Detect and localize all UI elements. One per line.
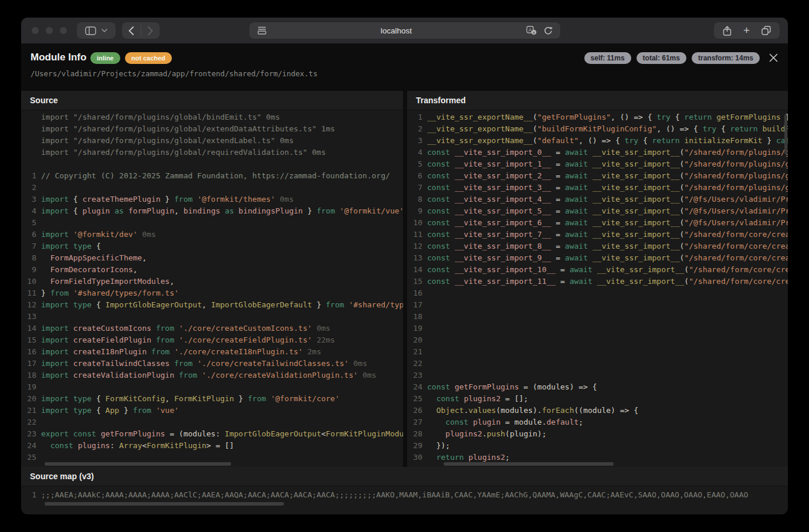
badge-group: inline not cached <box>90 52 172 64</box>
translate-icon[interactable]: Ax <box>526 26 537 35</box>
page-menu-icon[interactable] <box>258 26 266 35</box>
code-line: 14const __vite_ssr_import_10__ = await _… <box>407 264 788 276</box>
traffic-light-zoom-button[interactable] <box>60 27 67 34</box>
code-line: 2 <box>21 182 403 194</box>
module-info-header: Module Info inline not cached self: 11ms… <box>21 43 788 91</box>
new-tab-icon[interactable]: + <box>743 25 750 36</box>
close-button[interactable] <box>767 51 780 64</box>
code-line: 22 <box>21 416 403 428</box>
code-line: 20import type { FormKitConfig, FormKitPl… <box>21 393 403 405</box>
nav-button-group <box>122 22 160 39</box>
code-line: 6const __vite_ssr_import_2__ = await __v… <box>407 170 788 182</box>
code-line: import "/shared/form/plugins/global/bind… <box>21 111 403 123</box>
transformed-code-view[interactable]: 1__vite_ssr_exportName__("getFormPlugins… <box>407 110 788 468</box>
svg-text:x: x <box>533 31 535 35</box>
code-line: 7const __vite_ssr_import_3__ = await __v… <box>407 182 788 194</box>
code-line: 24 const plugins: Array<FormKitPlugin> =… <box>21 440 403 452</box>
code-line: 21 <box>407 346 788 358</box>
code-line: 10const __vite_ssr_import_6__ = await __… <box>407 217 788 229</box>
share-icon[interactable] <box>723 26 732 36</box>
code-line: 16 <box>407 287 788 299</box>
code-line: 1;;;AAEA;AAAkC;AAAA;AAAA;AAAA;AAClC;AAEA… <box>21 489 788 501</box>
code-line: import "/shared/form/plugins/global/requ… <box>21 147 403 158</box>
code-line: 12const __vite_ssr_import_8__ = await __… <box>407 240 788 252</box>
sourcemap-title: Source map (v3) <box>21 467 788 486</box>
code-line: 3import { createThemePlugin } from '@for… <box>21 194 403 205</box>
transformed-panel-title: Transformed <box>407 91 788 110</box>
page-title: Module Info <box>31 52 86 63</box>
module-path: /Users/vladimir/Projects/zammad/app/fron… <box>31 69 317 78</box>
forward-button[interactable] <box>141 26 160 35</box>
code-line: 11const __vite_ssr_import_7__ = await __… <box>407 229 788 240</box>
back-button[interactable] <box>122 26 141 35</box>
code-line: import "/shared/form/plugins/global/exte… <box>21 123 403 135</box>
code-line: 27 const plugin = module.default; <box>407 416 788 428</box>
code-line: 23 <box>407 370 788 381</box>
code-line: 13 <box>21 311 403 323</box>
transformed-horizontal-scrollbar[interactable] <box>444 462 614 466</box>
sidebar-icon <box>85 26 96 35</box>
code-line: 3__vite_ssr_exportName__("default", () =… <box>407 135 788 147</box>
code-line: 13const __vite_ssr_import_9__ = await __… <box>407 252 788 264</box>
code-line: 19 <box>21 381 403 393</box>
code-line: 24const getFormPlugins = (modules) => { <box>407 381 788 393</box>
sourcemap-horizontal-scrollbar[interactable] <box>45 502 284 506</box>
code-line: 15import createFieldPlugin from './core/… <box>21 334 403 346</box>
total-time-badge: total: 61ms <box>637 52 686 64</box>
code-line <box>21 158 403 170</box>
code-line: 4import { plugin as formPlugin, bindings… <box>21 205 403 217</box>
toolbar-right-group: + <box>714 22 780 39</box>
code-line: 7import type { <box>21 240 403 252</box>
inline-badge: inline <box>90 52 120 64</box>
source-code-view[interactable]: import "/shared/form/plugins/global/bind… <box>21 110 403 468</box>
code-line: 1__vite_ssr_exportName__("getFormPlugins… <box>407 111 788 123</box>
tab-overview-icon[interactable] <box>761 26 771 35</box>
code-line: 9 FormDecoratorIcons, <box>21 264 403 276</box>
browser-toolbar: localhost Ax + <box>21 18 788 43</box>
code-line: 18import createValidationPlugin from './… <box>21 370 403 381</box>
transformed-panel: Transformed 1__vite_ssr_exportName__("ge… <box>407 91 788 467</box>
timing-metrics: self: 11ms total: 61ms transform: 14ms <box>584 52 760 64</box>
transform-time-badge: transform: 14ms <box>692 52 760 64</box>
code-line: 25 <box>21 452 403 463</box>
code-line: 5const __vite_ssr_import_1__ = await __v… <box>407 158 788 170</box>
sidebar-toggle-button[interactable] <box>77 22 116 39</box>
code-line: 18 <box>407 311 788 323</box>
traffic-light-close-button[interactable] <box>32 27 39 34</box>
address-bar[interactable]: localhost Ax <box>249 22 560 39</box>
code-line: 15const __vite_ssr_import_11__ = await _… <box>407 276 788 287</box>
code-line: 6import '@formkit/dev' 0ms <box>21 229 403 240</box>
not-cached-badge: not cached <box>125 52 172 64</box>
source-panel: Source import "/shared/form/plugins/glob… <box>21 91 403 467</box>
code-line: 11} from '#shared/types/form.ts' <box>21 287 403 299</box>
code-line: 29 }); <box>407 440 788 452</box>
code-line: 22 <box>407 358 788 370</box>
code-line: 1// Copyright (C) 2012-2025 Zammad Found… <box>21 170 403 182</box>
code-line: 26 Object.values(modules).forEach((modul… <box>407 405 788 416</box>
url-text: localhost <box>266 26 526 35</box>
code-line: 17import createTailwindClasses from './c… <box>21 358 403 370</box>
code-line: 9const __vite_ssr_import_5__ = await __v… <box>407 205 788 217</box>
code-line: 8const __vite_ssr_import_4__ = await __v… <box>407 194 788 205</box>
reload-button[interactable] <box>544 26 553 35</box>
transformed-vertical-scrollbar[interactable] <box>784 114 787 154</box>
self-time-badge: self: 11ms <box>584 52 631 64</box>
code-line: 30 return plugins2; <box>407 452 788 463</box>
code-line: import "/shared/form/plugins/global/exte… <box>21 135 403 147</box>
source-horizontal-scrollbar[interactable] <box>45 462 231 466</box>
traffic-light-minimize-button[interactable] <box>46 27 53 34</box>
code-line: 17 <box>407 299 788 311</box>
code-line: 20 <box>407 334 788 346</box>
code-line: 16import createI18nPlugin from './core/c… <box>21 346 403 358</box>
sourcemap-view[interactable]: 1;;;AAEA;AAAkC;AAAA;AAAA;AAAA;AAClC;AAEA… <box>21 486 788 501</box>
code-line: 10 FormFieldTypeImportModules, <box>21 276 403 287</box>
chevron-down-icon <box>101 29 107 32</box>
browser-window: localhost Ax + Module Info inline not ca… <box>21 18 788 514</box>
code-line: 12import type { ImportGlobEagerOutput, I… <box>21 299 403 311</box>
sourcemap-section: Source map (v3) 1;;;AAEA;AAAkC;AAAA;AAAA… <box>21 467 788 514</box>
code-line: 28 plugins2.push(plugin); <box>407 428 788 440</box>
code-line: 21import type { App } from 'vue' <box>21 405 403 416</box>
code-line: 25 const plugins2 = []; <box>407 393 788 405</box>
code-line: 23export const getFormPlugins = (modules… <box>21 428 403 440</box>
code-line: 4const __vite_ssr_import_0__ = await __v… <box>407 147 788 158</box>
